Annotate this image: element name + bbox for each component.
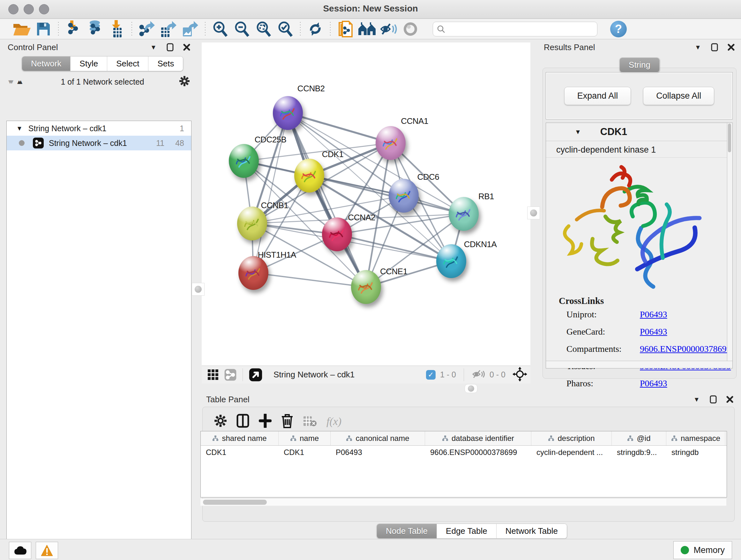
expand-all-networks-icon[interactable]: ▴▴ xyxy=(17,78,20,86)
zoom-out-icon[interactable] xyxy=(232,20,252,38)
help-button[interactable]: ? xyxy=(610,21,627,37)
collection-disclosure-icon[interactable]: ▼ xyxy=(16,125,23,132)
tab-network[interactable]: Network xyxy=(22,57,71,71)
table-cell[interactable]: P06493 xyxy=(331,448,425,457)
network-node-ccne1[interactable] xyxy=(351,270,381,304)
table-cell[interactable]: stringdb:9... xyxy=(612,448,666,457)
expand-all-button[interactable]: Expand All xyxy=(564,87,631,105)
float-panel-icon[interactable] xyxy=(711,43,719,51)
network-node-cdc25b[interactable] xyxy=(229,144,259,178)
network-node-ccnb1[interactable] xyxy=(237,206,267,240)
crosslink-link[interactable]: 9606.ENSP00000378699 xyxy=(640,344,731,354)
export-network-icon[interactable] xyxy=(137,20,157,38)
close-panel-icon[interactable] xyxy=(727,43,735,51)
table-cell[interactable]: CDK1 xyxy=(201,448,279,457)
tab-select[interactable]: Select xyxy=(107,57,148,71)
network-node-hist1h1a[interactable] xyxy=(239,256,268,290)
crosslink-link[interactable]: P06493 xyxy=(640,378,667,388)
network-row[interactable]: String Network – cdk1 11 48 xyxy=(7,136,191,150)
network-collection-row[interactable]: ▼ String Network – cdk1 1 xyxy=(7,121,191,136)
entry-disclosure-icon[interactable]: ▼ xyxy=(575,128,581,136)
import-network-from-file-icon[interactable] xyxy=(64,20,83,38)
selected-nodes-checkbox-icon[interactable]: ✓ xyxy=(426,370,435,380)
collapse-all-networks-icon[interactable]: ▾▾ xyxy=(8,78,11,86)
show-eye-icon[interactable] xyxy=(401,20,420,38)
zoom-fit-icon[interactable] xyxy=(254,20,273,38)
share-network-document-icon[interactable] xyxy=(335,20,355,38)
tab-style[interactable]: Style xyxy=(71,57,107,71)
warning-status-button[interactable] xyxy=(36,542,58,559)
network-node-cdkn1a[interactable] xyxy=(436,244,466,278)
collapse-panel-icon[interactable]: ▼ xyxy=(694,43,702,51)
network-node-ccna1[interactable] xyxy=(376,126,406,160)
table-options-gear-icon[interactable] xyxy=(214,415,227,428)
crosslink-label: Uniprot: xyxy=(566,309,640,320)
table-cell[interactable]: CDK1 xyxy=(279,448,331,457)
network-node-ccna2[interactable] xyxy=(322,217,352,251)
export-image-icon[interactable] xyxy=(180,20,200,38)
left-splitter-handle[interactable] xyxy=(192,283,205,296)
home-houses-icon[interactable] xyxy=(357,20,377,38)
refresh-view-icon[interactable] xyxy=(306,20,325,38)
table-cell[interactable]: stringdb xyxy=(666,448,725,457)
results-vertical-scrollbar[interactable] xyxy=(727,123,732,361)
zoom-in-icon[interactable] xyxy=(210,20,230,38)
table-row[interactable]: CDK1CDK1P064939606.ENSP00000378699cyclin… xyxy=(201,446,727,459)
crosslink-link[interactable]: P06493 xyxy=(640,309,667,320)
column-header-shared-name[interactable]: shared name xyxy=(201,431,279,445)
table-delete-column-icon[interactable] xyxy=(281,414,293,429)
collapse-all-button[interactable]: Collapse All xyxy=(643,87,714,105)
column-header-database-identifier[interactable]: database identifier xyxy=(425,431,531,445)
table-cell[interactable]: cyclin-dependent ... xyxy=(531,448,612,457)
network-node-cdk1[interactable] xyxy=(294,159,324,192)
right-splitter-handle[interactable] xyxy=(527,206,540,219)
hide-eye-icon[interactable] xyxy=(379,20,399,38)
collapse-panel-icon[interactable]: ▼ xyxy=(149,43,158,51)
network-node-rb1[interactable] xyxy=(449,197,479,231)
tab-node-table[interactable]: Node Table xyxy=(377,524,437,538)
column-header-description[interactable]: description xyxy=(531,431,612,445)
export-table-icon[interactable] xyxy=(158,20,179,38)
network-list-options-gear-icon[interactable] xyxy=(179,75,190,88)
network-edge-count: 48 xyxy=(175,138,184,148)
zoom-selected-icon[interactable] xyxy=(275,20,295,38)
float-panel-icon[interactable] xyxy=(709,395,718,403)
column-header-name[interactable]: name xyxy=(279,431,331,445)
close-panel-icon[interactable] xyxy=(183,43,191,51)
results-tab-string[interactable]: String xyxy=(620,58,659,72)
tab-network-table[interactable]: Network Table xyxy=(496,524,567,538)
bottom-splitter-handle[interactable] xyxy=(465,384,477,393)
grid-view-icon[interactable] xyxy=(207,369,219,381)
float-panel-icon[interactable] xyxy=(166,43,174,51)
network-node-ccnb2[interactable] xyxy=(273,96,303,130)
save-session-icon[interactable] xyxy=(33,20,53,38)
close-panel-icon[interactable] xyxy=(726,395,734,403)
cloud-status-button[interactable] xyxy=(9,542,31,559)
hidden-elements-eye-icon[interactable] xyxy=(472,369,485,381)
table-function-builder-icon[interactable]: f(x) xyxy=(327,415,341,428)
import-table-from-file-icon[interactable] xyxy=(107,20,127,38)
network-view-canvas[interactable]: CCNB2 CCNA1 CDC25B CDK1 CDC6 RB1 xyxy=(202,43,530,366)
share-view-icon[interactable] xyxy=(224,368,237,381)
tab-edge-table[interactable]: Edge Table xyxy=(437,524,496,538)
import-network-from-database-icon[interactable] xyxy=(85,20,105,38)
network-edges-layer xyxy=(202,43,530,366)
birds-eye-view-icon[interactable] xyxy=(249,368,263,382)
column-header-canonical-name[interactable]: canonical name xyxy=(331,431,425,445)
open-session-icon[interactable] xyxy=(12,20,31,38)
network-node-cdc6[interactable] xyxy=(389,179,419,212)
collapse-panel-icon[interactable]: ▼ xyxy=(692,395,701,403)
table-horizontal-scrollbar[interactable] xyxy=(200,499,726,506)
table-show-columns-icon[interactable] xyxy=(237,414,249,429)
table-add-column-icon[interactable] xyxy=(259,414,272,429)
table-cell[interactable]: 9606.ENSP00000378699 xyxy=(425,448,531,457)
memory-button[interactable]: Memory xyxy=(673,541,732,559)
results-horizontal-scrollbar[interactable] xyxy=(546,361,732,368)
fit-selected-crosshair-icon[interactable] xyxy=(513,367,527,383)
tab-sets[interactable]: Sets xyxy=(148,57,183,71)
search-input[interactable] xyxy=(445,23,593,34)
search-box[interactable] xyxy=(433,22,597,37)
column-header--id[interactable]: @id xyxy=(612,431,666,445)
column-header-namespace[interactable]: namespace xyxy=(666,431,725,445)
crosslink-link[interactable]: P06493 xyxy=(640,327,667,337)
